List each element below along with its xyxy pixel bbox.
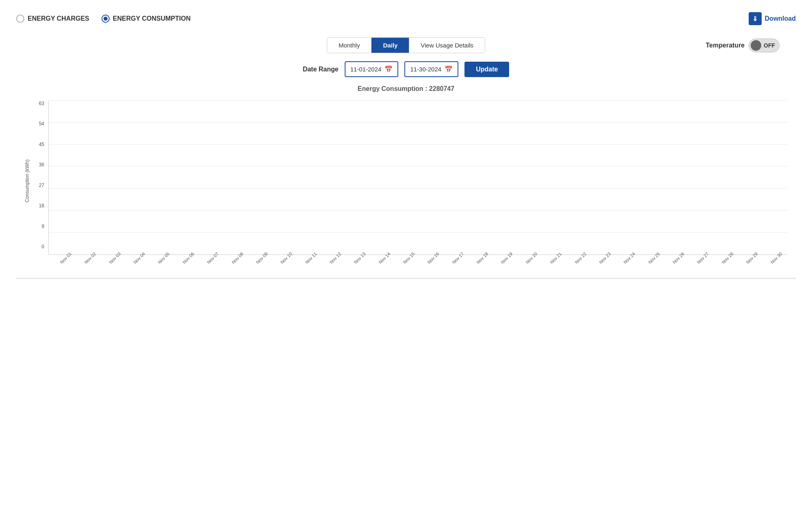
y-axis-title: Consumption (kWh) [24,159,30,202]
y-tick-label: 27 [39,183,44,188]
radio-consumption-label: ENERGY CONSUMPTION [113,15,191,22]
bar-value-label: 19 [575,247,580,252]
bar-value-label: 12 [232,247,237,252]
top-bar: ENERGY CHARGES ENERGY CONSUMPTION ⇓ Down… [16,12,796,25]
tab-view-usage[interactable]: View Usage Details [409,38,485,53]
chart-area: 1716171218171412151629181717171622182118… [48,101,788,262]
y-tick-label: 9 [41,224,44,229]
bottom-divider [16,278,796,279]
bar-value-label: 18 [330,247,335,252]
end-calendar-icon: 📅 [445,65,453,73]
bar-value-label: 17 [60,247,65,252]
bar-value-label: 15 [673,247,678,252]
temperature-toggle-switch[interactable]: OFF [749,39,780,52]
bar-value-label: 17 [379,247,384,252]
y-tick-label: 0 [41,244,44,250]
tab-group: Monthly Daily View Usage Details [327,37,485,53]
start-date-input[interactable]: 11-01-2024 📅 [345,61,399,77]
bar-value-label: 17 [648,247,653,252]
y-tick-label: 54 [39,121,44,127]
radio-energy-charges[interactable]: ENERGY CHARGES [16,15,89,23]
y-tick-label: 63 [39,101,44,106]
bar-value-label: 12 [698,247,702,252]
date-range-label: Date Range [303,66,339,73]
bars-row: 1716171218171412151629181717171622182118… [48,101,788,255]
chart-container: Consumption (kWh) 09182736455463 1716171… [16,101,796,262]
bar-value-label: 26 [771,247,776,252]
temperature-label: Temperature [706,42,745,49]
bar-value-label: 17 [354,247,359,252]
bar-value-label: 24 [746,247,751,252]
radio-charges-label: ENERGY CHARGES [28,15,89,22]
controls-row: Monthly Daily View Usage Details Tempera… [16,37,796,53]
bar-value-label: 21 [501,247,506,252]
toggle-knob [751,40,761,51]
bar-value-label: 22 [452,247,457,252]
start-calendar-icon: 📅 [384,65,393,73]
bar-value-label: 18 [526,247,531,252]
download-icon: ⇓ [749,12,762,25]
start-date-value: 11-01-2024 [350,66,382,73]
bar-value-label: 17 [183,247,188,252]
y-tick-label: 36 [39,162,44,168]
end-date-input[interactable]: 11-30-2024 📅 [404,61,458,77]
x-labels-row: Nov 01Nov 02Nov 03Nov 04Nov 05Nov 06Nov … [48,255,788,262]
bar-value-label: 17 [110,247,114,252]
bar-value-label: 16 [428,247,433,252]
update-button[interactable]: Update [464,62,509,77]
radio-circle-charges [16,15,24,23]
radio-energy-consumption[interactable]: ENERGY CONSUMPTION [102,15,191,23]
bar-value-label: 17 [722,247,727,252]
bar-value-label: 18 [158,247,163,252]
download-button[interactable]: ⇓ Download [749,12,796,25]
bar-value-label: 16 [281,247,286,252]
toggle-state-label: OFF [764,42,775,49]
bar-value-label: 29 [305,247,310,252]
y-axis: 09182736455463 [32,101,48,262]
bar-value-label: 16 [599,247,604,252]
bar-value-label: 17 [404,247,408,252]
bar-value-label: 12 [134,247,139,252]
bar-value-label: 25 [624,247,629,252]
tab-monthly[interactable]: Monthly [327,38,372,53]
end-date-value: 11-30-2024 [410,66,441,73]
bar-value-label: 15 [257,247,261,252]
radio-circle-consumption [102,15,110,23]
download-label: Download [765,15,796,22]
y-axis-title-wrap: Consumption (kWh) [24,101,32,262]
tab-daily[interactable]: Daily [371,38,409,53]
date-range-row: Date Range 11-01-2024 📅 11-30-2024 📅 Upd… [16,61,796,77]
y-tick-label: 18 [39,203,44,209]
bar-value-label: 20 [551,247,555,252]
bar-value-label: 16 [85,247,90,252]
radio-group: ENERGY CHARGES ENERGY CONSUMPTION [16,15,190,23]
bar-value-label: 14 [207,247,212,252]
chart-title: Energy Consumption : 2280747 [16,85,796,93]
y-tick-label: 45 [39,142,44,147]
temperature-section: Temperature OFF [706,39,780,52]
bar-value-label: 18 [477,247,482,252]
